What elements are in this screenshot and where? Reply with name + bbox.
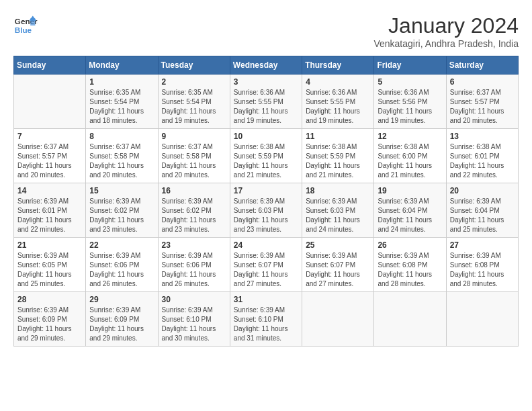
calendar-cell: 17Sunrise: 6:39 AMSunset: 6:03 PMDayligh… — [230, 183, 302, 238]
day-number: 6 — [450, 77, 515, 87]
calendar-cell: 28Sunrise: 6:39 AMSunset: 6:09 PMDayligh… — [14, 292, 86, 347]
day-info: Sunrise: 6:38 AMSunset: 5:59 PMDaylight:… — [306, 142, 370, 180]
day-number: 26 — [378, 240, 442, 250]
day-header: Tuesday — [158, 56, 230, 75]
day-info: Sunrise: 6:39 AMSunset: 6:02 PMDaylight:… — [89, 197, 154, 234]
day-header: Friday — [374, 56, 446, 75]
calendar-cell: 15Sunrise: 6:39 AMSunset: 6:02 PMDayligh… — [86, 183, 158, 238]
month-title: January 2024 — [373, 13, 519, 38]
day-info: Sunrise: 6:38 AMSunset: 6:01 PMDaylight:… — [450, 142, 515, 180]
day-number: 10 — [234, 132, 298, 141]
day-number: 22 — [89, 240, 154, 250]
week-row: 7Sunrise: 6:37 AMSunset: 5:57 PMDaylight… — [14, 129, 519, 183]
day-info: Sunrise: 6:39 AMSunset: 6:09 PMDaylight:… — [89, 306, 154, 343]
calendar-cell: 30Sunrise: 6:39 AMSunset: 6:10 PMDayligh… — [158, 292, 230, 347]
day-header: Monday — [86, 56, 158, 75]
calendar-cell — [14, 75, 86, 129]
svg-text:Blue: Blue — [15, 26, 32, 34]
day-number: 13 — [450, 132, 515, 141]
day-number: 19 — [378, 186, 442, 195]
calendar-cell — [302, 292, 374, 347]
day-info: Sunrise: 6:39 AMSunset: 6:10 PMDaylight:… — [234, 306, 298, 343]
day-info: Sunrise: 6:39 AMSunset: 6:04 PMDaylight:… — [450, 197, 515, 234]
day-number: 5 — [378, 77, 442, 87]
calendar-cell: 25Sunrise: 6:39 AMSunset: 6:07 PMDayligh… — [302, 238, 374, 292]
header-row: SundayMondayTuesdayWednesdayThursdayFrid… — [14, 56, 519, 75]
day-info: Sunrise: 6:39 AMSunset: 6:06 PMDaylight:… — [89, 251, 154, 289]
calendar-cell: 12Sunrise: 6:38 AMSunset: 6:00 PMDayligh… — [374, 129, 446, 183]
day-number: 18 — [306, 186, 370, 195]
day-info: Sunrise: 6:39 AMSunset: 6:04 PMDaylight:… — [378, 197, 442, 234]
day-number: 17 — [234, 186, 298, 195]
week-row: 14Sunrise: 6:39 AMSunset: 6:01 PMDayligh… — [14, 183, 519, 238]
calendar-cell: 20Sunrise: 6:39 AMSunset: 6:04 PMDayligh… — [446, 183, 518, 238]
day-number: 30 — [162, 295, 226, 304]
page-header: General Blue January 2024 Venkatagiri, A… — [13, 13, 519, 49]
day-info: Sunrise: 6:37 AMSunset: 5:58 PMDaylight:… — [89, 142, 154, 180]
day-info: Sunrise: 6:39 AMSunset: 6:08 PMDaylight:… — [450, 251, 515, 289]
calendar-cell: 16Sunrise: 6:39 AMSunset: 6:02 PMDayligh… — [158, 183, 230, 238]
week-row: 1Sunrise: 6:35 AMSunset: 5:54 PMDaylight… — [14, 75, 519, 129]
day-info: Sunrise: 6:37 AMSunset: 5:58 PMDaylight:… — [162, 142, 226, 180]
day-number: 24 — [234, 240, 298, 250]
day-number: 8 — [89, 132, 154, 141]
calendar-cell: 9Sunrise: 6:37 AMSunset: 5:58 PMDaylight… — [158, 129, 230, 183]
title-area: January 2024 Venkatagiri, Andhra Pradesh… — [373, 13, 519, 49]
day-info: Sunrise: 6:37 AMSunset: 5:57 PMDaylight:… — [450, 88, 515, 126]
day-header: Wednesday — [230, 56, 302, 75]
day-number: 28 — [17, 295, 82, 304]
calendar-cell: 8Sunrise: 6:37 AMSunset: 5:58 PMDaylight… — [86, 129, 158, 183]
week-row: 28Sunrise: 6:39 AMSunset: 6:09 PMDayligh… — [14, 292, 519, 347]
calendar-cell: 19Sunrise: 6:39 AMSunset: 6:04 PMDayligh… — [374, 183, 446, 238]
calendar-cell: 4Sunrise: 6:36 AMSunset: 5:55 PMDaylight… — [302, 75, 374, 129]
day-number: 12 — [378, 132, 442, 141]
day-number: 1 — [89, 77, 154, 87]
calendar-cell: 31Sunrise: 6:39 AMSunset: 6:10 PMDayligh… — [230, 292, 302, 347]
day-info: Sunrise: 6:35 AMSunset: 5:54 PMDaylight:… — [89, 88, 154, 126]
day-number: 11 — [306, 132, 370, 141]
day-info: Sunrise: 6:37 AMSunset: 5:57 PMDaylight:… — [17, 142, 82, 180]
day-info: Sunrise: 6:39 AMSunset: 6:06 PMDaylight:… — [162, 251, 226, 289]
day-info: Sunrise: 6:36 AMSunset: 5:56 PMDaylight:… — [378, 88, 442, 126]
day-number: 4 — [306, 77, 370, 87]
day-number: 29 — [89, 295, 154, 304]
calendar-cell: 3Sunrise: 6:36 AMSunset: 5:55 PMDaylight… — [230, 75, 302, 129]
day-number: 21 — [17, 240, 82, 250]
calendar-cell — [374, 292, 446, 347]
day-number: 2 — [162, 77, 226, 87]
day-number: 14 — [17, 186, 82, 195]
day-info: Sunrise: 6:35 AMSunset: 5:54 PMDaylight:… — [162, 88, 226, 126]
day-number: 25 — [306, 240, 370, 250]
calendar-cell: 13Sunrise: 6:38 AMSunset: 6:01 PMDayligh… — [446, 129, 518, 183]
logo-icon: General Blue — [13, 13, 38, 38]
logo: General Blue — [13, 13, 38, 38]
day-info: Sunrise: 6:39 AMSunset: 6:08 PMDaylight:… — [378, 251, 442, 289]
day-info: Sunrise: 6:36 AMSunset: 5:55 PMDaylight:… — [306, 88, 370, 126]
calendar-cell: 11Sunrise: 6:38 AMSunset: 5:59 PMDayligh… — [302, 129, 374, 183]
calendar-cell: 21Sunrise: 6:39 AMSunset: 6:05 PMDayligh… — [14, 238, 86, 292]
day-info: Sunrise: 6:39 AMSunset: 6:09 PMDaylight:… — [17, 306, 82, 343]
calendar-cell: 1Sunrise: 6:35 AMSunset: 5:54 PMDaylight… — [86, 75, 158, 129]
day-info: Sunrise: 6:39 AMSunset: 6:01 PMDaylight:… — [17, 197, 82, 234]
day-header: Thursday — [302, 56, 374, 75]
day-info: Sunrise: 6:39 AMSunset: 6:07 PMDaylight:… — [234, 251, 298, 289]
calendar-cell — [446, 292, 518, 347]
day-number: 15 — [89, 186, 154, 195]
calendar-cell: 6Sunrise: 6:37 AMSunset: 5:57 PMDaylight… — [446, 75, 518, 129]
day-info: Sunrise: 6:39 AMSunset: 6:02 PMDaylight:… — [162, 197, 226, 234]
day-info: Sunrise: 6:38 AMSunset: 5:59 PMDaylight:… — [234, 142, 298, 180]
day-info: Sunrise: 6:39 AMSunset: 6:03 PMDaylight:… — [306, 197, 370, 234]
day-number: 9 — [162, 132, 226, 141]
calendar-cell: 2Sunrise: 6:35 AMSunset: 5:54 PMDaylight… — [158, 75, 230, 129]
calendar-cell: 14Sunrise: 6:39 AMSunset: 6:01 PMDayligh… — [14, 183, 86, 238]
day-header: Saturday — [446, 56, 518, 75]
day-info: Sunrise: 6:39 AMSunset: 6:03 PMDaylight:… — [234, 197, 298, 234]
day-info: Sunrise: 6:39 AMSunset: 6:07 PMDaylight:… — [306, 251, 370, 289]
day-number: 27 — [450, 240, 515, 250]
calendar-cell: 10Sunrise: 6:38 AMSunset: 5:59 PMDayligh… — [230, 129, 302, 183]
day-info: Sunrise: 6:38 AMSunset: 6:00 PMDaylight:… — [378, 142, 442, 180]
calendar-cell: 23Sunrise: 6:39 AMSunset: 6:06 PMDayligh… — [158, 238, 230, 292]
day-number: 23 — [162, 240, 226, 250]
day-number: 3 — [234, 77, 298, 87]
day-number: 16 — [162, 186, 226, 195]
